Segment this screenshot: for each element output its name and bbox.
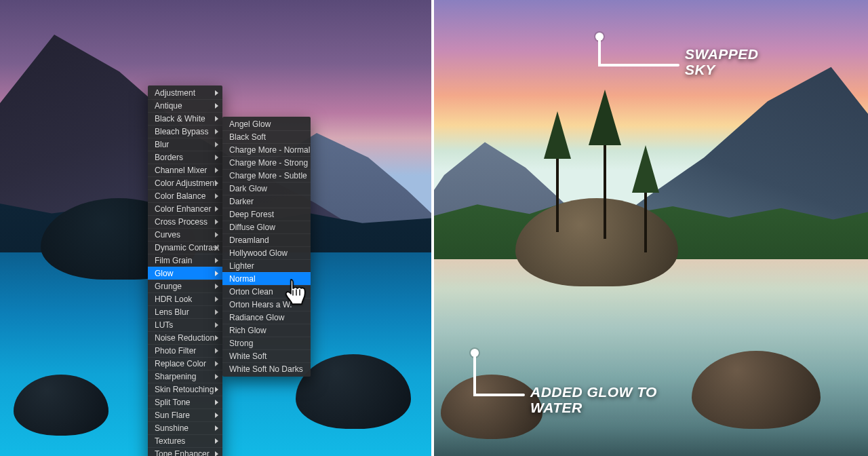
annotation-added-glow: ADDED GLOW TO WATER — [454, 346, 698, 428]
menu-item[interactable]: Tone Enhancer — [148, 447, 222, 456]
comparison-divider[interactable] — [431, 0, 434, 456]
menu-item[interactable]: Replace Color — [148, 357, 222, 370]
filter-preset-submenu[interactable]: Angel GlowBlack SoftCharge More - Normal… — [222, 117, 311, 377]
submenu-item[interactable]: Black Soft — [222, 130, 311, 143]
menu-item[interactable]: Noise Reduction — [148, 331, 222, 344]
submenu-item[interactable]: White Soft — [222, 349, 311, 362]
menu-item[interactable]: Textures — [148, 434, 222, 447]
menu-item[interactable]: Antique — [148, 99, 222, 112]
menu-item[interactable]: Borders — [148, 151, 222, 164]
after-image: SWAPPED SKY ADDED GLOW TO WATER — [434, 0, 868, 456]
submenu-item[interactable]: Dark Glow — [222, 182, 311, 195]
submenu-item[interactable]: Diffuse Glow — [222, 221, 311, 233]
menu-item[interactable]: Color Balance — [148, 189, 222, 202]
menu-item[interactable]: Sunshine — [148, 421, 222, 434]
submenu-item[interactable]: Charge More - Subtle — [222, 169, 311, 182]
submenu-item[interactable]: Radiance Glow — [222, 311, 311, 324]
menu-item[interactable]: Channel Mixer — [148, 164, 222, 176]
tree — [556, 151, 559, 232]
submenu-item[interactable]: Angel Glow — [222, 118, 311, 130]
comparison-stage: SWAPPED SKY ADDED GLOW TO WATER Adjustme… — [0, 0, 868, 456]
menu-item[interactable]: Blur — [148, 138, 222, 151]
menu-item[interactable]: Grunge — [148, 280, 222, 292]
submenu-item[interactable]: Deep Forest — [222, 208, 311, 221]
menu-item[interactable]: Photo Filter — [148, 344, 222, 357]
submenu-item[interactable]: Rich Glow — [222, 324, 311, 337]
menu-item[interactable]: HDR Look — [148, 292, 222, 305]
menu-item[interactable]: Sharpening — [148, 370, 222, 383]
menu-item[interactable]: Sun Flare — [148, 408, 222, 421]
menu-item[interactable]: Color Enhancer — [148, 202, 222, 215]
annotation-text: ADDED GLOW TO — [530, 384, 657, 400]
menu-item[interactable]: Adjustment — [148, 87, 222, 99]
annotation-text: WATER — [530, 400, 657, 415]
menu-item[interactable]: Bleach Bypass — [148, 125, 222, 138]
menu-item[interactable]: Dynamic Contrast — [148, 241, 222, 254]
tree — [644, 185, 647, 252]
submenu-item[interactable]: Lighter — [222, 259, 311, 272]
annotation-swapped-sky: SWAPPED SKY — [590, 27, 780, 95]
tree — [604, 137, 606, 239]
submenu-item[interactable]: Hollywood Glow — [222, 246, 311, 259]
menu-item[interactable]: Cross Process — [148, 215, 222, 228]
submenu-item[interactable]: Dreamland — [222, 233, 311, 246]
menu-item[interactable]: LUTs — [148, 318, 222, 331]
menu-item[interactable]: Split Tone — [148, 396, 222, 408]
submenu-item[interactable]: Charge More - Strong — [222, 156, 311, 169]
menu-item[interactable]: Color Adjustment — [148, 176, 222, 189]
submenu-item[interactable]: Normal — [222, 272, 311, 285]
submenu-item[interactable]: Strong — [222, 337, 311, 349]
submenu-item[interactable]: Charge More - Normal — [222, 143, 311, 156]
annotation-text: SKY — [685, 62, 759, 77]
annotation-connector — [599, 37, 688, 77]
menu-item[interactable]: Black & White — [148, 112, 222, 125]
submenu-item[interactable]: Darker — [222, 195, 311, 208]
menu-item[interactable]: Film Grain — [148, 254, 222, 267]
submenu-item[interactable]: Orton Clean — [222, 285, 311, 298]
menu-item[interactable]: Curves — [148, 228, 222, 241]
menu-item[interactable]: Lens Blur — [148, 305, 222, 318]
menu-item[interactable]: Glow — [148, 267, 222, 280]
filter-category-menu[interactable]: AdjustmentAntiqueBlack & WhiteBleach Byp… — [148, 86, 222, 456]
annotation-text: SWAPPED — [685, 46, 759, 62]
menu-item[interactable]: Skin Retouching — [148, 383, 222, 396]
submenu-item[interactable]: Orton Hears a W. — [222, 298, 311, 311]
submenu-item[interactable]: White Soft No Darks — [222, 362, 311, 375]
